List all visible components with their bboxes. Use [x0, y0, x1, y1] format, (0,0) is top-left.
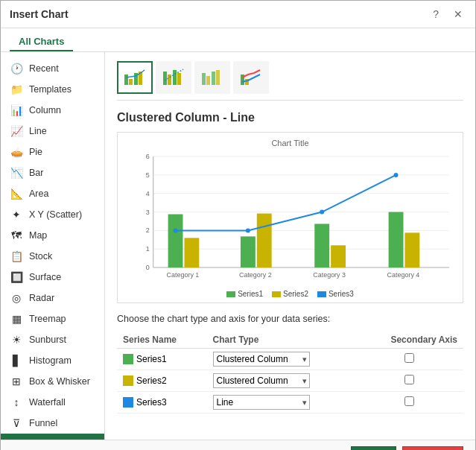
sidebar-item-waterfall[interactable]: ↕ Waterfall	[1, 392, 104, 413]
series-chart-type-cell: Clustered ColumnStacked Column100% Stack…	[207, 392, 356, 413]
svg-rect-6	[173, 70, 177, 85]
map-icon: 🗺	[10, 229, 23, 242]
svg-rect-11	[216, 70, 220, 85]
svg-rect-7	[177, 73, 181, 85]
sidebar-item-bar[interactable]: 📉 Bar	[1, 162, 104, 183]
sidebar-item-stock[interactable]: 📋 Stock	[1, 246, 104, 267]
chart-icon-variant2[interactable]	[156, 61, 191, 94]
svg-rect-4	[163, 72, 167, 85]
series-secondary-axis-cell	[355, 349, 463, 370]
funnel-icon: ⊽	[10, 416, 23, 430]
ok-button[interactable]: OK	[351, 446, 396, 450]
series-secondary-axis-cell	[355, 370, 463, 392]
surface-icon: 🔲	[10, 270, 23, 284]
chart-icon-clustered-column-line[interactable]	[117, 61, 153, 94]
sidebar-item-area[interactable]: 📐 Area	[1, 183, 104, 204]
templates-icon: 📁	[10, 83, 23, 96]
svg-text:Category 2: Category 2	[239, 271, 272, 279]
stock-icon: 📋	[10, 250, 23, 263]
chart-preview: Chart Title 0 1 2 3	[117, 132, 463, 303]
sidebar-item-pie[interactable]: 🥧 Pie	[1, 142, 104, 162]
combo-icon: ⚌	[10, 437, 23, 440]
main-panel: Clustered Column - Line Chart Title 0 1	[105, 52, 475, 440]
table-row: Series3Clustered ColumnStacked Column100…	[117, 392, 463, 413]
series-color-indicator	[123, 375, 133, 386]
recent-icon: 🕐	[10, 62, 23, 75]
series-secondary-axis-cell	[355, 392, 463, 413]
svg-rect-35	[331, 245, 346, 267]
histogram-icon: ▋	[10, 354, 23, 367]
sidebar-item-recent[interactable]: 🕐 Recent	[1, 58, 104, 79]
sidebar-item-column[interactable]: 📊 Column	[1, 100, 104, 121]
help-button[interactable]: ?	[429, 7, 442, 22]
series-secondary-axis-checkbox[interactable]	[404, 375, 414, 384]
series-chart-type-select[interactable]: Clustered ColumnStacked Column100% Stack…	[213, 352, 310, 367]
area-icon: 📐	[10, 187, 23, 200]
cancel-button[interactable]: Cancel	[402, 446, 463, 450]
sidebar-label-area: Area	[29, 188, 48, 199]
line-icon: 📈	[10, 124, 23, 138]
svg-rect-0	[124, 75, 128, 85]
sidebar-label-bar: Bar	[29, 168, 43, 178]
treemap-icon: ▦	[10, 312, 23, 326]
sidebar-item-box-whisker[interactable]: ⊞ Box & Whisker	[1, 371, 104, 392]
svg-rect-31	[184, 238, 199, 267]
svg-text:0: 0	[146, 264, 150, 271]
series-chart-type-cell: Clustered ColumnStacked Column100% Stack…	[207, 349, 356, 370]
series-secondary-axis-checkbox[interactable]	[404, 353, 414, 363]
legend-color-series2	[272, 291, 281, 297]
sunburst-icon: ☀	[10, 333, 23, 346]
series-name-label: Series3	[136, 397, 167, 408]
waterfall-icon: ↕	[10, 396, 23, 409]
sidebar-item-line[interactable]: 📈 Line	[1, 121, 104, 142]
svg-text:5: 5	[146, 171, 150, 179]
sidebar-item-combo[interactable]: ⚌ Combo	[1, 434, 104, 440]
sidebar-item-sunburst[interactable]: ☀ Sunburst	[1, 329, 104, 350]
sidebar-label-templates: Templates	[29, 84, 72, 95]
sidebar-item-xy-scatter[interactable]: ✦ X Y (Scatter)	[1, 204, 104, 225]
sidebar-item-surface[interactable]: 🔲 Surface	[1, 267, 104, 288]
sidebar: 🕐 Recent 📁 Templates 📊 Column 📈 Line 🥧 P…	[1, 52, 105, 440]
svg-point-40	[320, 210, 324, 215]
svg-rect-5	[168, 75, 171, 85]
sidebar-label-stock: Stock	[29, 251, 52, 262]
series-chart-type-select[interactable]: Clustered ColumnStacked Column100% Stack…	[213, 395, 310, 410]
close-button[interactable]: ✕	[450, 7, 466, 22]
svg-rect-36	[389, 212, 404, 268]
chart-icon-variant4[interactable]	[233, 61, 269, 94]
svg-rect-32	[241, 236, 256, 267]
series-secondary-axis-checkbox[interactable]	[404, 396, 414, 406]
sidebar-item-radar[interactable]: ◎ Radar	[1, 288, 104, 308]
xy-scatter-icon: ✦	[10, 208, 23, 221]
col-header-secondary-axis: Secondary Axis	[355, 332, 463, 349]
svg-rect-10	[212, 72, 215, 85]
sidebar-item-funnel[interactable]: ⊽ Funnel	[1, 413, 104, 434]
sidebar-label-column: Column	[29, 105, 61, 115]
column-icon: 📊	[10, 104, 23, 117]
sidebar-label-radar: Radar	[29, 293, 54, 303]
sidebar-item-templates[interactable]: 📁 Templates	[1, 79, 104, 100]
svg-rect-9	[206, 76, 210, 85]
svg-rect-30	[168, 215, 183, 268]
sidebar-label-surface: Surface	[29, 272, 61, 282]
legend-color-series3	[317, 291, 326, 297]
sidebar-item-map[interactable]: 🗺 Map	[1, 225, 104, 246]
svg-point-41	[394, 173, 399, 177]
series-chart-type-select[interactable]: Clustered ColumnStacked Column100% Stack…	[213, 373, 310, 388]
box-whisker-icon: ⊞	[10, 375, 23, 388]
footer: OK Cancel	[1, 440, 475, 450]
svg-text:Category 3: Category 3	[313, 271, 346, 279]
tab-all-charts[interactable]: All Charts	[10, 33, 73, 51]
sidebar-label-histogram: Histogram	[29, 355, 72, 366]
svg-rect-34	[314, 224, 329, 267]
legend-series3: Series3	[317, 290, 354, 298]
sidebar-label-recent: Recent	[29, 63, 59, 74]
chart-type-title: Clustered Column - Line	[117, 111, 463, 124]
table-row: Series2Clustered ColumnStacked Column100…	[117, 370, 463, 392]
svg-rect-33	[257, 214, 272, 268]
chart-icon-variant3[interactable]	[194, 61, 230, 94]
radar-icon: ◎	[10, 291, 23, 305]
sidebar-item-histogram[interactable]: ▋ Histogram	[1, 350, 104, 371]
legend-series1: Series1	[226, 290, 263, 298]
sidebar-item-treemap[interactable]: ▦ Treemap	[1, 308, 104, 329]
